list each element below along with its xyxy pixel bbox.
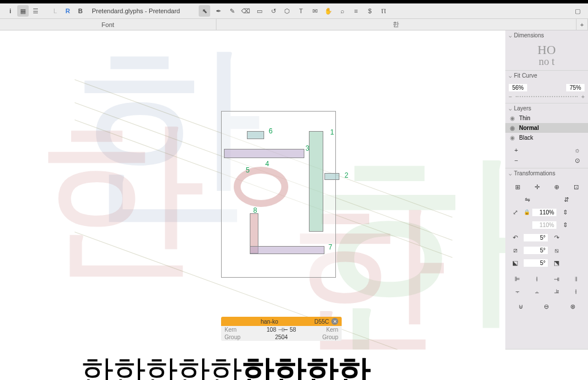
node-label-7: 7 (328, 243, 332, 251)
font-tab[interactable]: Font (0, 19, 216, 30)
rotate-cw-button[interactable]: ↷ (550, 232, 563, 243)
layers-header[interactable]: Layers (505, 103, 588, 113)
document-title: Pretendard.glyphs - Pretendard (92, 7, 180, 14)
interpolation-preview-thin: 한 (34, 82, 207, 315)
transformations-header[interactable]: Transformations (505, 168, 588, 178)
fit-left-value[interactable]: 56% (509, 84, 527, 91)
layer-black[interactable]: ◉Black (505, 133, 588, 143)
component-tick[interactable] (324, 173, 339, 180)
glyph-canvas[interactable]: 한 한 한 한 1 2 3 4 5 6 7 8 han-ko D55C ✕ (0, 30, 505, 350)
slant-right-button[interactable]: ⧅ (550, 245, 563, 255)
node-label-6: 6 (269, 127, 273, 135)
slant-left-button[interactable]: ⧄ (509, 245, 521, 255)
scale-icon: ⤢ (509, 207, 521, 217)
rotate-ccw-button[interactable]: ↶ (509, 232, 521, 243)
align-right-button[interactable]: ⫣ (550, 274, 563, 284)
info-button[interactable]: i (5, 5, 16, 17)
component-vertical-stem[interactable] (309, 131, 323, 232)
eye-icon[interactable]: ◉ (510, 115, 517, 121)
rotate-angle-input[interactable]: 5° (524, 234, 548, 241)
glyph-name: han-ko (225, 318, 314, 325)
component-bottom-bar[interactable] (250, 246, 324, 254)
scale-y-input[interactable]: 110% (532, 221, 556, 229)
skew-down-button[interactable]: ⬔ (550, 258, 563, 268)
new-tab-button[interactable]: + (577, 19, 588, 30)
node-label-1: 1 (330, 128, 334, 136)
component-top-cap[interactable] (247, 131, 264, 139)
dimensions-header[interactable]: Dimensions (505, 30, 588, 40)
pen-tool[interactable]: ✒ (212, 5, 224, 17)
node-label-2: 2 (345, 171, 349, 179)
node-label-5: 5 (246, 166, 250, 174)
pencil-tool[interactable]: ✎ (226, 5, 238, 17)
boolean-intersect-button[interactable]: ⊗ (566, 301, 579, 312)
measure-tool[interactable]: ≡ (350, 5, 362, 17)
main-toolbar: i ▦ ☰ L R B Pretendard.glyphs - Pretenda… (0, 3, 588, 19)
add-layer-button[interactable]: + (510, 145, 523, 155)
close-info-button[interactable]: ✕ (331, 318, 338, 325)
annotate-tool[interactable]: ✉ (309, 5, 320, 17)
flip-horizontal-button[interactable]: ⇋ (521, 194, 533, 205)
bold-master-button[interactable]: B (75, 5, 86, 17)
flip-vertical-button[interactable]: ⇵ (560, 194, 572, 205)
slant-v-input[interactable]: 5° (524, 259, 548, 267)
layer-options-button[interactable]: ⊙ (571, 155, 583, 166)
boolean-union-button[interactable]: ⊎ (514, 301, 527, 312)
origin-grid-button[interactable]: ⊞ (511, 182, 524, 192)
tab-bar: Font 한 + (0, 19, 588, 30)
layer-sun-icon[interactable]: ☼ (571, 145, 583, 155)
fit-curve-header[interactable]: Fit Curve (505, 71, 588, 80)
distribute-h-button[interactable]: ⫴ (570, 274, 582, 284)
node-label-4: 4 (265, 160, 269, 168)
text-tool[interactable]: T (295, 5, 307, 17)
slant-h-input[interactable]: 5° (524, 247, 548, 254)
glyph-unicode: D55C (314, 318, 329, 325)
hand-tool[interactable]: ✋ (323, 5, 334, 17)
skew-up-button[interactable]: ⬕ (509, 258, 521, 268)
eye-icon[interactable]: ◉ (510, 125, 517, 131)
boolean-subtract-button[interactable]: ⊖ (540, 301, 553, 312)
fit-slider[interactable]: −+ (509, 93, 585, 101)
grid-view-button[interactable]: ▦ (17, 5, 29, 17)
select-tool[interactable]: ⬉ (199, 5, 210, 17)
component-horizontal-bar[interactable] (224, 149, 304, 158)
primitive-tool[interactable]: ▭ (254, 5, 265, 17)
regular-master-button[interactable]: R (62, 5, 74, 17)
align-middle-button[interactable]: ⊕ (550, 182, 563, 192)
right-sidebar: Dimensions HO no t Fit Curve 56% 75% −+ … (505, 30, 588, 350)
align-bottom-button[interactable]: ⫡ (550, 286, 563, 297)
scale-x-input[interactable]: 110% (532, 209, 556, 216)
distribute-v-button[interactable]: ⫲ (570, 286, 582, 297)
layer-normal[interactable]: ◉Normal (505, 123, 588, 133)
preview-bar: 한한한한한한한한한 (0, 350, 588, 380)
reference-point-button[interactable]: ⊡ (570, 182, 582, 192)
sidebar-toggle-button[interactable]: ▢ (572, 5, 583, 17)
node-label-3: 3 (305, 144, 310, 152)
zoom-tool[interactable]: ⌕ (336, 5, 348, 17)
truetype-tool[interactable]: Ⲡ (378, 5, 389, 17)
align-top-button[interactable]: ⫟ (511, 286, 524, 297)
align-center-button[interactable]: ✛ (531, 182, 543, 192)
align-vcenter-button[interactable]: ⫠ (531, 286, 543, 297)
lock-icon[interactable]: 🔒 (524, 209, 530, 215)
component-circle[interactable] (234, 167, 288, 207)
scale-y-stepper[interactable]: ⇕ (559, 220, 571, 230)
list-view-button[interactable]: ☰ (30, 5, 41, 17)
align-left-button[interactable]: ⊫ (511, 274, 524, 284)
fit-right-value[interactable]: 75% (566, 84, 585, 91)
scale-stepper[interactable]: ⇕ (559, 207, 571, 217)
corner-tool[interactable]: ⬡ (281, 5, 293, 17)
glyph-tab[interactable]: 한 (216, 19, 577, 30)
remove-layer-button[interactable]: − (510, 155, 523, 166)
node-label-8: 8 (253, 206, 257, 214)
currency-tool[interactable]: $ (364, 5, 376, 17)
dimensions-preview: HO no t (505, 40, 588, 70)
erase-tool[interactable]: ⌫ (240, 5, 252, 17)
align-hcenter-button[interactable]: ⫲ (531, 274, 543, 284)
rotate-tool[interactable]: ↺ (268, 5, 279, 17)
left-master-button[interactable]: L (49, 5, 61, 17)
layer-thin[interactable]: ◉Thin (505, 113, 588, 123)
eye-icon[interactable]: ◉ (510, 135, 517, 141)
glyph-info-panel: han-ko D55C ✕ Kern 108 ⊣⊢ 58 Kern Group … (221, 317, 342, 341)
